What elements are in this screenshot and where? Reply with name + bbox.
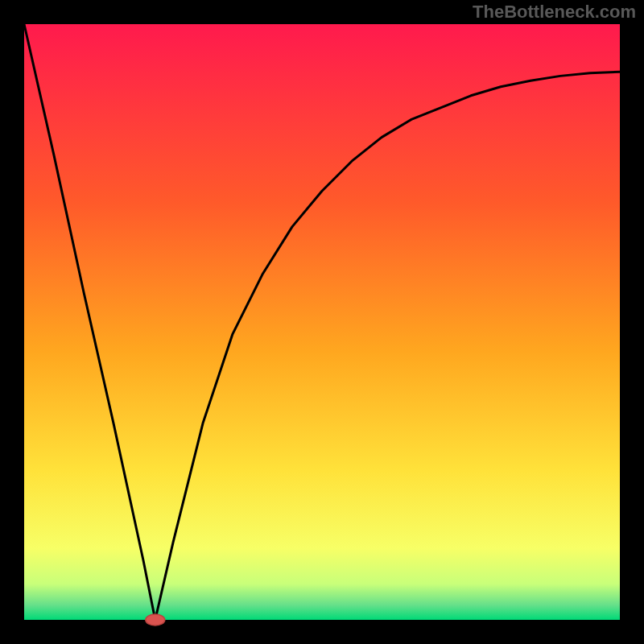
bottleneck-chart [0, 0, 644, 644]
minimum-marker [146, 614, 165, 625]
watermark-text: TheBottleneck.com [473, 2, 636, 23]
chart-container: TheBottleneck.com [0, 0, 644, 644]
plot-area [24, 24, 620, 620]
